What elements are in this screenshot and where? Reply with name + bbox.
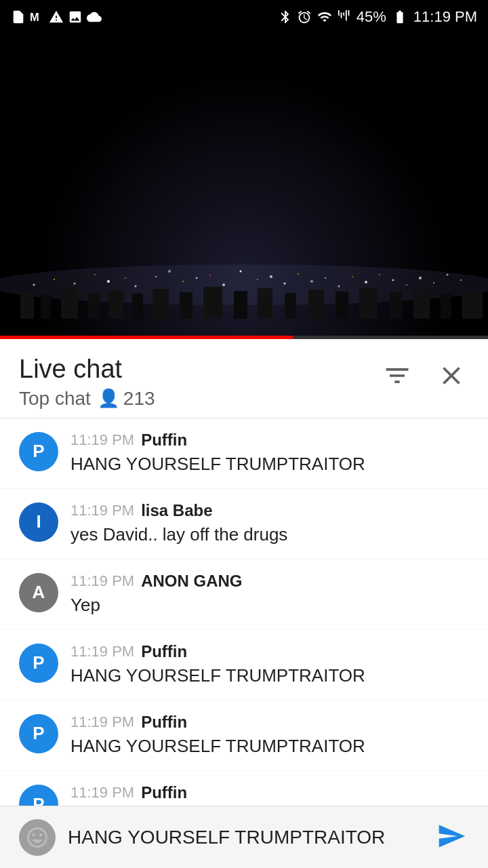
close-icon <box>436 361 466 391</box>
svg-point-9 <box>155 276 157 277</box>
status-time: 11:19 PM <box>413 8 477 26</box>
svg-point-11 <box>182 281 184 282</box>
svg-point-14 <box>222 283 225 286</box>
chat-header-left: Live chat Top chat 👤 213 <box>19 354 155 410</box>
svg-point-18 <box>284 283 286 285</box>
svg-point-15 <box>240 271 242 273</box>
svg-point-5 <box>94 274 96 275</box>
svg-point-23 <box>352 276 353 277</box>
svg-rect-48 <box>413 289 430 319</box>
input-avatar <box>19 819 56 856</box>
svg-point-22 <box>338 285 340 288</box>
file-icon <box>11 9 26 24</box>
battery-percentage: 45% <box>357 8 386 26</box>
svg-rect-32 <box>20 292 34 319</box>
message-time: 11:19 PM <box>70 784 134 802</box>
message-author: Puffin <box>141 783 187 802</box>
message-author: Puffin <box>141 713 187 732</box>
viewer-count: 👤 213 <box>98 388 155 410</box>
message-time: 11:19 PM <box>70 713 134 731</box>
message-meta: 11:19 PM Puffin <box>70 642 469 661</box>
svg-point-26 <box>392 279 394 281</box>
cloud-icon <box>87 9 102 24</box>
svg-rect-47 <box>390 292 402 319</box>
message-avatar: A <box>19 573 58 612</box>
svg-point-28 <box>419 277 422 279</box>
svg-rect-50 <box>462 290 483 319</box>
m-icon: M <box>30 9 45 24</box>
message-time: 11:19 PM <box>70 502 134 519</box>
svg-point-20 <box>310 280 313 283</box>
svg-rect-44 <box>308 290 324 319</box>
person-icon: 👤 <box>98 388 119 409</box>
message-meta: 11:19 PM Puffin <box>70 431 469 450</box>
chat-input-field[interactable] <box>68 827 422 848</box>
svg-rect-41 <box>234 291 247 319</box>
viewer-count-number: 213 <box>123 388 155 410</box>
chat-header: Live chat Top chat 👤 213 <box>0 339 488 418</box>
svg-rect-39 <box>180 292 192 319</box>
cityscape <box>0 231 488 319</box>
message-meta: 11:19 PM Puffin <box>70 713 469 732</box>
video-progress-fill <box>0 336 293 339</box>
status-right: 45% 11:19 PM <box>278 8 477 26</box>
svg-rect-45 <box>336 292 348 319</box>
message-text: HANG YOURSELF TRUMPTRAITOR <box>70 664 469 688</box>
svg-rect-40 <box>203 287 222 319</box>
battery-icon <box>390 9 409 24</box>
video-progress-bar[interactable] <box>0 336 488 339</box>
svg-point-6 <box>107 280 110 283</box>
chat-message-1: P 11:19 PM Puffin HANG YOURSELF TRUMPTRA… <box>0 418 488 489</box>
close-button[interactable] <box>434 358 469 395</box>
alarm-icon <box>297 9 312 24</box>
svg-point-8 <box>135 285 137 288</box>
svg-point-24 <box>365 281 367 283</box>
filter-button[interactable] <box>380 358 415 395</box>
filter-icon <box>382 361 412 391</box>
message-meta: 11:19 PM lisa Babe <box>70 501 469 520</box>
svg-rect-36 <box>108 290 123 319</box>
live-chat-panel: Live chat Top chat 👤 213 <box>0 339 488 868</box>
message-content: 11:19 PM Puffin HANG YOURSELF TRUMPTRAIT… <box>70 431 469 476</box>
wifi-icon <box>316 9 333 24</box>
message-avatar: I <box>19 502 58 542</box>
svg-point-7 <box>125 277 126 279</box>
svg-rect-43 <box>285 293 296 319</box>
svg-point-3 <box>54 279 55 280</box>
status-bar: M 45% 11:19 PM <box>0 0 488 34</box>
message-avatar: P <box>19 644 58 683</box>
status-left: M <box>11 9 102 24</box>
svg-point-13 <box>209 275 211 276</box>
svg-rect-49 <box>441 294 451 319</box>
chat-message-3: A 11:19 PM ANON GANG Yep <box>0 559 488 630</box>
svg-rect-42 <box>258 288 272 319</box>
svg-point-12 <box>196 277 198 279</box>
message-text: Yep <box>70 593 469 617</box>
top-chat-label: Top chat <box>19 388 91 410</box>
message-author: Puffin <box>141 431 187 450</box>
chat-input-bar <box>0 806 488 868</box>
top-chat-row: Top chat 👤 213 <box>19 388 155 410</box>
svg-point-10 <box>168 270 171 273</box>
message-meta: 11:19 PM Puffin <box>70 783 469 802</box>
message-author: lisa Babe <box>141 501 212 520</box>
svg-point-17 <box>270 275 272 278</box>
svg-rect-38 <box>152 289 169 319</box>
message-content: 11:19 PM Puffin HANG YOURSELF TRUMPTRAIT… <box>70 713 469 758</box>
svg-point-2 <box>33 284 35 286</box>
chat-message-2: I 11:19 PM lisa Babe yes David.. lay off… <box>0 489 488 559</box>
send-button[interactable] <box>434 818 469 856</box>
message-content: 11:19 PM Puffin HANG YOURSELF TRUMPTRAIT… <box>70 642 469 688</box>
chat-header-right <box>380 354 469 395</box>
svg-rect-33 <box>41 295 51 319</box>
video-player[interactable] <box>0 34 488 339</box>
svg-point-19 <box>298 273 299 275</box>
message-avatar: P <box>19 714 58 753</box>
message-content: 11:19 PM ANON GANG Yep <box>70 572 469 617</box>
message-text: HANG YOURSELF TRUMPTRAITOR <box>70 452 469 476</box>
message-text: HANG YOURSELF TRUMPTRAITOR <box>70 734 469 758</box>
video-content <box>0 34 488 339</box>
send-icon <box>436 821 466 851</box>
svg-point-4 <box>74 283 76 285</box>
message-author: Puffin <box>141 642 187 661</box>
